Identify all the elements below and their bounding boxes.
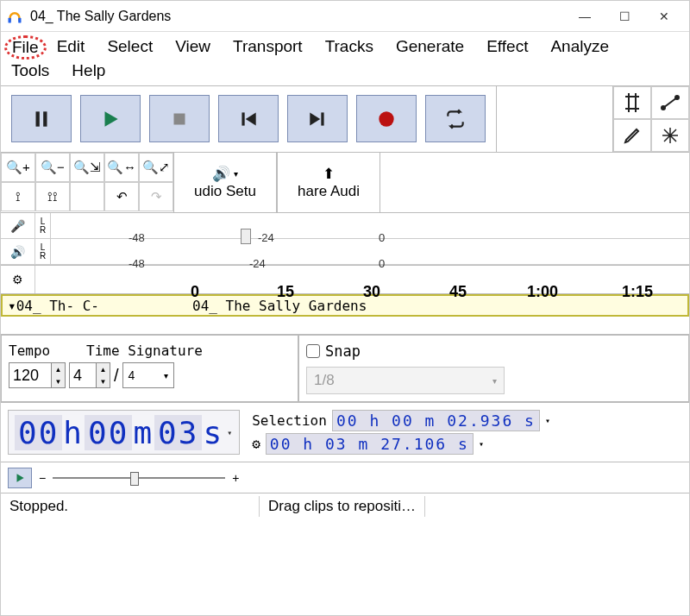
svg-rect-5 (242, 112, 244, 125)
svg-rect-0 (9, 17, 11, 22)
timesig-den-value: 4 (129, 368, 135, 382)
meter-tick: -24 (258, 231, 274, 244)
silence-selection-button[interactable]: ⟟⟟ (35, 182, 70, 211)
status-bar: Stopped. Drag clips to repositi… (1, 493, 689, 519)
timeline-tick: 45 (449, 283, 467, 301)
menu-tracks[interactable]: Tracks (322, 35, 386, 60)
timeline-ruler[interactable]: ⚙ 0 15 30 45 1:00 1:15 (1, 265, 689, 294)
undo-button[interactable]: ↶ (104, 182, 139, 211)
play-button[interactable] (80, 95, 141, 142)
playback-speed-slider[interactable] (53, 469, 225, 487)
title-bar: 04_ The Sally Gardens ― ☐ ✕ (1, 1, 689, 32)
meter-slider-handle[interactable] (241, 229, 251, 244)
menu-tools[interactable]: Tools (8, 60, 61, 82)
bottom-panels: Tempo Time Signature ▲▼ ▲▼ / 4 ▾ Snap 1/… (1, 334, 689, 402)
ts-num-down[interactable]: ▼ (96, 375, 110, 387)
chevron-down-icon: ▾ (164, 371, 168, 380)
menu-bar: File Edit Select View Transport Tracks G… (1, 32, 689, 85)
track-control-panel[interactable]: ▾04_ Th- C- (3, 298, 192, 314)
tempo-down[interactable]: ▼ (51, 375, 65, 387)
audio-setup-button[interactable]: 🔊▾ udio Setu (173, 153, 277, 212)
zoom-out-button[interactable]: 🔍− (35, 153, 70, 182)
skip-start-button[interactable] (218, 95, 279, 142)
skip-end-button[interactable] (287, 95, 348, 142)
ts-num-up[interactable]: ▲ (96, 363, 110, 375)
draw-tool[interactable] (613, 119, 651, 152)
menu-view[interactable]: View (172, 35, 223, 60)
recording-meter[interactable]: 🎤 LR -48 -24 0 (1, 213, 689, 239)
app-icon (6, 8, 23, 25)
snap-checkbox[interactable] (306, 344, 320, 358)
play-at-speed-button[interactable] (8, 468, 32, 488)
zoom-in-button[interactable]: 🔍+ (1, 153, 35, 182)
selection-label: Selection (252, 412, 327, 429)
minimize-button[interactable]: ― (565, 3, 605, 29)
stop-button[interactable] (149, 95, 210, 142)
chevron-down-icon: ▾ (492, 376, 497, 386)
timesig-num-field[interactable] (70, 365, 96, 387)
svg-rect-4 (174, 113, 185, 124)
slider-thumb[interactable] (130, 472, 139, 486)
maximize-button[interactable]: ☐ (605, 3, 644, 29)
play-at-speed-toolbar: − + (1, 462, 689, 493)
timesig-denominator[interactable]: 4 ▾ (122, 362, 174, 388)
menu-help[interactable]: Help (68, 60, 120, 82)
multi-tool[interactable] (651, 119, 689, 152)
menu-analyze[interactable]: Analyze (547, 35, 621, 60)
trim-outside-button[interactable]: ⟟ (1, 182, 35, 211)
menu-select[interactable]: Select (104, 35, 165, 60)
meter-tick: 0 (379, 231, 385, 244)
svg-rect-6 (321, 112, 323, 125)
timesig-numerator[interactable]: ▲▼ (69, 362, 110, 388)
tempo-up[interactable]: ▲ (51, 363, 65, 375)
speaker-icon: 🔊 (1, 239, 35, 264)
selection-settings-button[interactable]: ⚙ (252, 436, 260, 452)
menu-file[interactable]: File (4, 35, 47, 60)
window-title: 04_ The Sally Gardens (30, 9, 171, 24)
loop-button[interactable] (425, 95, 486, 142)
snap-panel: Snap 1/8 ▾ (298, 335, 689, 402)
timeline-settings-button[interactable]: ⚙ (1, 266, 35, 293)
meter-tick: -48 (129, 257, 145, 270)
status-hint: Drag clips to repositi… (260, 496, 425, 517)
envelope-tool[interactable] (651, 86, 689, 119)
fit-selection-button[interactable]: 🔍⇲ (70, 153, 104, 182)
redo-button[interactable]: ↷ (139, 182, 173, 211)
svg-rect-2 (36, 111, 40, 126)
playback-meter[interactable]: 🔊 LR -48 -24 0 (1, 239, 689, 265)
menu-effect[interactable]: Effect (483, 35, 540, 60)
share-audio-label: hare Audi (298, 183, 360, 200)
record-button[interactable] (356, 95, 417, 142)
time-displays: 00 h 00 m 03 s ▾ Selection 00 h 00 m 02.… (1, 402, 689, 462)
meter-lr-labels: LR (35, 239, 51, 264)
microphone-icon: 🎤 (1, 213, 35, 238)
chevron-down-icon[interactable]: ▾ (227, 428, 234, 437)
pos-minutes: 00 (85, 415, 132, 450)
pos-seconds: 03 (154, 415, 202, 450)
svg-rect-1 (18, 17, 21, 22)
audio-position-display[interactable]: 00 h 00 m 03 s ▾ (8, 410, 240, 455)
zoom-toggle-button[interactable]: 🔍⤢ (139, 153, 173, 182)
close-button[interactable]: ✕ (644, 3, 684, 29)
menu-transport[interactable]: Transport (229, 35, 315, 60)
pause-button[interactable] (11, 95, 72, 142)
snap-value: 1/8 (314, 372, 335, 389)
selection-tool[interactable] (613, 86, 651, 119)
svg-rect-3 (43, 111, 47, 126)
snap-value-combo[interactable]: 1/8 ▾ (306, 367, 505, 394)
spacer-cell (70, 182, 104, 211)
meters: 🎤 LR -48 -24 0 🔊 LR -48 -24 0 (1, 212, 689, 265)
selection-end[interactable]: 00 h 03 m 27.106 s (266, 433, 474, 455)
share-audio-button[interactable]: ⬆ hare Audi (277, 153, 380, 212)
timesig-slash: / (114, 366, 119, 386)
fit-project-button[interactable]: 🔍↔ (104, 153, 139, 182)
selection-start[interactable]: 00 h 00 m 02.936 s (332, 410, 540, 431)
status-state: Stopped. (1, 496, 260, 517)
snap-label: Snap (325, 343, 361, 360)
menu-edit[interactable]: Edit (53, 35, 97, 60)
tempo-field[interactable] (9, 365, 51, 387)
track-clip[interactable]: ▾04_ Th- C- 04_ The Sally Gardens (1, 294, 689, 317)
share-icon: ⬆ (323, 165, 335, 183)
tempo-input[interactable]: ▲▼ (9, 362, 66, 388)
menu-generate[interactable]: Generate (392, 35, 476, 60)
